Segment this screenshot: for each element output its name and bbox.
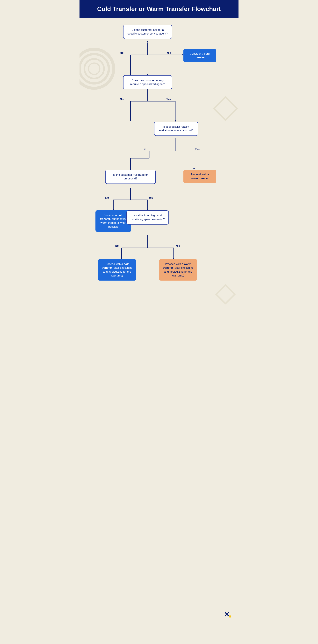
outcome-cold-transfer-3: Proceed with a cold transfer (after expl… <box>98 259 136 280</box>
q3-yes-label: Yes <box>195 148 200 151</box>
q5-yes-label: Yes <box>175 244 180 248</box>
question-2-box: Does the customer inquiry require a spec… <box>123 75 172 90</box>
svg-marker-33 <box>130 168 131 170</box>
cold-transfer-1-text: Consider a cold transfer <box>190 52 210 59</box>
outcome-cold-transfer-1: Consider a cold transfer <box>183 49 216 62</box>
svg-marker-35 <box>147 209 148 210</box>
svg-marker-31 <box>174 120 176 122</box>
svg-point-39 <box>229 615 231 618</box>
question-4-box: Is the customer frustrated or emotional? <box>105 170 156 184</box>
header: Cold Transfer or Warm Transfer Flowchart <box>80 0 238 18</box>
q2-no-label: No <box>120 98 124 101</box>
xeno-icon: ✕ <box>224 610 232 618</box>
question-5-box: Is call volume high and prioritizing spe… <box>126 210 169 225</box>
q1-no-label: No <box>120 51 124 54</box>
flowchart-main: Did the customer ask for a specific cust… <box>96 25 222 611</box>
svg-marker-32 <box>193 168 195 170</box>
question-1-box: Did the customer ask for a specific cust… <box>123 25 172 39</box>
q5-no-label: No <box>115 244 119 248</box>
svg-text:✕: ✕ <box>224 610 229 618</box>
q3-no-label: No <box>144 148 147 151</box>
flowchart-container: Did the customer ask for a specific cust… <box>80 18 238 624</box>
q1-yes-label: Yes <box>166 51 171 54</box>
q4-yes-label: Yes <box>148 196 153 200</box>
cold-transfer-2-text: Consider a cold transfer, but prioritize… <box>100 214 127 228</box>
svg-marker-34 <box>113 209 114 210</box>
q4-no-label: No <box>105 196 109 200</box>
connector-svg <box>96 25 222 611</box>
svg-marker-28 <box>147 41 148 43</box>
outcome-warm-transfer-2: Proceed with a warm transfer (after expl… <box>159 259 197 280</box>
page-title: Cold Transfer or Warm Transfer Flowchart <box>93 5 225 13</box>
question-3-box: Is a specialist readily available to rec… <box>154 122 198 136</box>
cold-transfer-3-text: Proceed with a cold transfer (after expl… <box>102 262 132 277</box>
warm-transfer-2-text: Proceed with a warm transfer (after expl… <box>163 262 194 277</box>
outcome-warm-transfer-1: Proceed with a warm transfer <box>183 170 216 183</box>
svg-marker-30 <box>182 54 183 56</box>
outcome-cold-transfer-2: Consider a cold transfer, but prioritize… <box>96 210 131 232</box>
svg-marker-29 <box>147 74 148 75</box>
svg-marker-36 <box>121 258 122 259</box>
svg-marker-37 <box>173 258 174 259</box>
q2-yes-label: Yes <box>166 98 171 101</box>
warm-transfer-1-text: Proceed with a warm transfer <box>191 173 209 180</box>
xeno-logo: ✕ <box>224 610 232 619</box>
